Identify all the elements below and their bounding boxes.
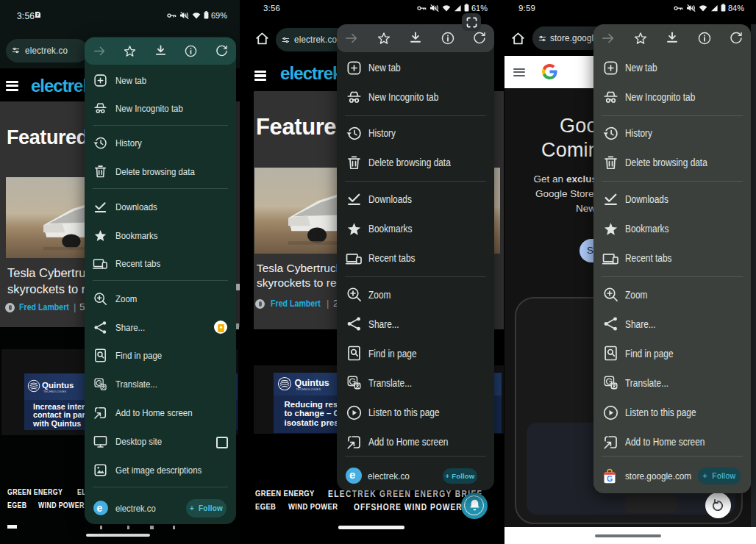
svg-text:G: G <box>607 474 613 483</box>
